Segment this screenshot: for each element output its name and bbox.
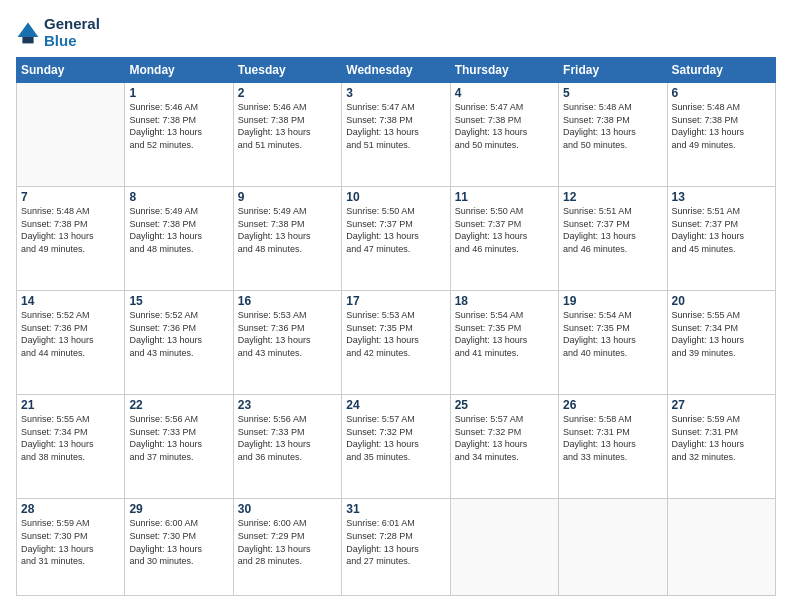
week-row-2: 7Sunrise: 5:48 AM Sunset: 7:38 PM Daylig… [17,187,776,291]
day-info: Sunrise: 5:53 AM Sunset: 7:36 PM Dayligh… [238,309,337,359]
calendar-cell: 23Sunrise: 5:56 AM Sunset: 7:33 PM Dayli… [233,395,341,499]
day-info: Sunrise: 5:57 AM Sunset: 7:32 PM Dayligh… [455,413,554,463]
day-info: Sunrise: 5:59 AM Sunset: 7:30 PM Dayligh… [21,517,120,567]
day-number: 17 [346,294,445,308]
day-info: Sunrise: 5:46 AM Sunset: 7:38 PM Dayligh… [129,101,228,151]
calendar-cell: 21Sunrise: 5:55 AM Sunset: 7:34 PM Dayli… [17,395,125,499]
calendar-cell [17,83,125,187]
calendar-cell: 12Sunrise: 5:51 AM Sunset: 7:37 PM Dayli… [559,187,667,291]
calendar-cell: 22Sunrise: 5:56 AM Sunset: 7:33 PM Dayli… [125,395,233,499]
day-info: Sunrise: 5:55 AM Sunset: 7:34 PM Dayligh… [21,413,120,463]
day-number: 4 [455,86,554,100]
day-number: 18 [455,294,554,308]
calendar-cell: 26Sunrise: 5:58 AM Sunset: 7:31 PM Dayli… [559,395,667,499]
day-number: 16 [238,294,337,308]
calendar-cell: 28Sunrise: 5:59 AM Sunset: 7:30 PM Dayli… [17,499,125,596]
svg-marker-0 [18,22,39,36]
day-number: 28 [21,502,120,516]
day-number: 15 [129,294,228,308]
calendar-table: SundayMondayTuesdayWednesdayThursdayFrid… [16,57,776,596]
day-number: 11 [455,190,554,204]
day-info: Sunrise: 5:52 AM Sunset: 7:36 PM Dayligh… [129,309,228,359]
day-number: 7 [21,190,120,204]
day-number: 27 [672,398,771,412]
day-number: 25 [455,398,554,412]
day-info: Sunrise: 6:00 AM Sunset: 7:30 PM Dayligh… [129,517,228,567]
day-info: Sunrise: 5:48 AM Sunset: 7:38 PM Dayligh… [21,205,120,255]
page: General Blue SundayMondayTuesdayWednesda… [0,0,792,612]
day-info: Sunrise: 5:47 AM Sunset: 7:38 PM Dayligh… [346,101,445,151]
calendar-cell: 30Sunrise: 6:00 AM Sunset: 7:29 PM Dayli… [233,499,341,596]
week-row-3: 14Sunrise: 5:52 AM Sunset: 7:36 PM Dayli… [17,291,776,395]
calendar-cell [559,499,667,596]
day-number: 29 [129,502,228,516]
calendar-cell: 19Sunrise: 5:54 AM Sunset: 7:35 PM Dayli… [559,291,667,395]
calendar-cell [450,499,558,596]
day-info: Sunrise: 5:56 AM Sunset: 7:33 PM Dayligh… [238,413,337,463]
day-number: 3 [346,86,445,100]
day-number: 19 [563,294,662,308]
day-number: 24 [346,398,445,412]
weekday-header-friday: Friday [559,58,667,83]
day-number: 31 [346,502,445,516]
calendar-cell: 11Sunrise: 5:50 AM Sunset: 7:37 PM Dayli… [450,187,558,291]
day-info: Sunrise: 5:52 AM Sunset: 7:36 PM Dayligh… [21,309,120,359]
day-number: 21 [21,398,120,412]
calendar-cell: 18Sunrise: 5:54 AM Sunset: 7:35 PM Dayli… [450,291,558,395]
day-number: 6 [672,86,771,100]
day-number: 13 [672,190,771,204]
day-info: Sunrise: 5:51 AM Sunset: 7:37 PM Dayligh… [563,205,662,255]
day-info: Sunrise: 5:56 AM Sunset: 7:33 PM Dayligh… [129,413,228,463]
calendar-cell: 13Sunrise: 5:51 AM Sunset: 7:37 PM Dayli… [667,187,775,291]
day-info: Sunrise: 5:54 AM Sunset: 7:35 PM Dayligh… [455,309,554,359]
week-row-1: 1Sunrise: 5:46 AM Sunset: 7:38 PM Daylig… [17,83,776,187]
calendar-cell: 20Sunrise: 5:55 AM Sunset: 7:34 PM Dayli… [667,291,775,395]
calendar-cell: 16Sunrise: 5:53 AM Sunset: 7:36 PM Dayli… [233,291,341,395]
weekday-header-monday: Monday [125,58,233,83]
day-number: 30 [238,502,337,516]
week-row-5: 28Sunrise: 5:59 AM Sunset: 7:30 PM Dayli… [17,499,776,596]
calendar-cell: 14Sunrise: 5:52 AM Sunset: 7:36 PM Dayli… [17,291,125,395]
calendar-cell: 4Sunrise: 5:47 AM Sunset: 7:38 PM Daylig… [450,83,558,187]
day-info: Sunrise: 5:55 AM Sunset: 7:34 PM Dayligh… [672,309,771,359]
calendar-cell: 3Sunrise: 5:47 AM Sunset: 7:38 PM Daylig… [342,83,450,187]
day-info: Sunrise: 5:47 AM Sunset: 7:38 PM Dayligh… [455,101,554,151]
day-number: 14 [21,294,120,308]
day-number: 1 [129,86,228,100]
calendar-cell: 17Sunrise: 5:53 AM Sunset: 7:35 PM Dayli… [342,291,450,395]
day-info: Sunrise: 5:51 AM Sunset: 7:37 PM Dayligh… [672,205,771,255]
weekday-header-wednesday: Wednesday [342,58,450,83]
calendar-cell: 24Sunrise: 5:57 AM Sunset: 7:32 PM Dayli… [342,395,450,499]
day-info: Sunrise: 5:49 AM Sunset: 7:38 PM Dayligh… [129,205,228,255]
calendar-cell: 15Sunrise: 5:52 AM Sunset: 7:36 PM Dayli… [125,291,233,395]
week-row-4: 21Sunrise: 5:55 AM Sunset: 7:34 PM Dayli… [17,395,776,499]
weekday-header-saturday: Saturday [667,58,775,83]
day-number: 26 [563,398,662,412]
weekday-header-row: SundayMondayTuesdayWednesdayThursdayFrid… [17,58,776,83]
day-number: 20 [672,294,771,308]
day-info: Sunrise: 5:54 AM Sunset: 7:35 PM Dayligh… [563,309,662,359]
day-info: Sunrise: 5:59 AM Sunset: 7:31 PM Dayligh… [672,413,771,463]
calendar-cell: 25Sunrise: 5:57 AM Sunset: 7:32 PM Dayli… [450,395,558,499]
weekday-header-sunday: Sunday [17,58,125,83]
calendar-cell: 8Sunrise: 5:49 AM Sunset: 7:38 PM Daylig… [125,187,233,291]
day-info: Sunrise: 5:58 AM Sunset: 7:31 PM Dayligh… [563,413,662,463]
day-info: Sunrise: 5:57 AM Sunset: 7:32 PM Dayligh… [346,413,445,463]
calendar-cell: 27Sunrise: 5:59 AM Sunset: 7:31 PM Dayli… [667,395,775,499]
day-info: Sunrise: 5:48 AM Sunset: 7:38 PM Dayligh… [672,101,771,151]
svg-rect-1 [22,37,33,43]
day-info: Sunrise: 5:53 AM Sunset: 7:35 PM Dayligh… [346,309,445,359]
logo: General Blue [16,16,100,49]
day-number: 12 [563,190,662,204]
calendar-cell: 5Sunrise: 5:48 AM Sunset: 7:38 PM Daylig… [559,83,667,187]
day-number: 23 [238,398,337,412]
day-info: Sunrise: 5:46 AM Sunset: 7:38 PM Dayligh… [238,101,337,151]
logo-icon [16,21,40,45]
calendar-cell: 29Sunrise: 6:00 AM Sunset: 7:30 PM Dayli… [125,499,233,596]
calendar-cell: 9Sunrise: 5:49 AM Sunset: 7:38 PM Daylig… [233,187,341,291]
calendar-cell: 6Sunrise: 5:48 AM Sunset: 7:38 PM Daylig… [667,83,775,187]
day-info: Sunrise: 6:01 AM Sunset: 7:28 PM Dayligh… [346,517,445,567]
day-number: 2 [238,86,337,100]
calendar-cell [667,499,775,596]
calendar-cell: 7Sunrise: 5:48 AM Sunset: 7:38 PM Daylig… [17,187,125,291]
